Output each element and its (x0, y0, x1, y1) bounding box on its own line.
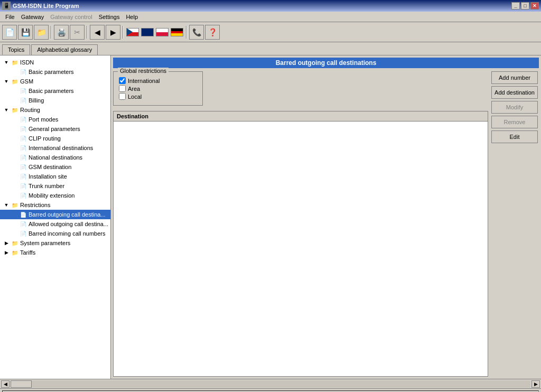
tree-label-tariffs: Tariffs (20, 249, 35, 256)
spacer4 (11, 115, 19, 124)
flag-gb[interactable] (141, 28, 154, 36)
tree-item-allowed-outgoing[interactable]: 📄 Allowed outgoing call destina... (0, 219, 110, 229)
separator-4 (186, 26, 187, 39)
tree-item-gsm-basic[interactable]: 📄 Basic parameters (0, 86, 110, 96)
menu-help[interactable]: Help (123, 13, 141, 21)
menu-gateway[interactable]: Gateway (18, 13, 47, 21)
tree-item-port-modes[interactable]: 📄 Port modes (0, 115, 110, 124)
toolbar: 📄 💾 📁 🖨️ ✂ ◀ ▶ 📞 ❓ (0, 22, 541, 42)
spacer13 (11, 210, 19, 219)
tree-item-routing[interactable]: ▼ 📁 Routing (0, 105, 110, 115)
checkbox-area-label: Area (128, 86, 140, 92)
spacer2 (11, 87, 19, 95)
folder-icon-restrictions: 📁 (11, 201, 19, 209)
buttons-panel: Add number Add destination Modify Remove… (491, 71, 539, 377)
tree-item-general-params[interactable]: 📄 General parameters (0, 124, 110, 134)
file-icon: 📄 (19, 68, 27, 76)
checkbox-international[interactable] (119, 77, 126, 84)
cut-button[interactable]: ✂ (70, 25, 85, 40)
expander-routing[interactable]: ▼ (2, 106, 11, 114)
main-content: ▼ 📁 ISDN 📄 Basic parameters ▼ 📁 GSM 📄 Ba… (0, 55, 541, 379)
tree-item-billing[interactable]: 📄 Billing (0, 96, 110, 105)
tree-item-barred-incoming[interactable]: 📄 Barred incoming call numbers (0, 229, 110, 238)
tree-label-intl: International destinations (29, 145, 93, 151)
add-number-button[interactable]: Add number (491, 71, 538, 84)
tab-topics[interactable]: Topics (2, 44, 30, 55)
menu-file[interactable]: File (2, 13, 18, 21)
checkbox-area[interactable] (119, 85, 126, 92)
file-icon-gsm-basic: 📄 (19, 87, 27, 95)
tree-item-restrictions[interactable]: ▼ 📁 Restrictions (0, 200, 110, 210)
main-area: Global restrictions International Area L… (113, 71, 488, 377)
tree-item-system-params[interactable]: ▶ 📁 System parameters (0, 238, 110, 248)
spacer11 (11, 182, 19, 190)
modify-button[interactable]: Modify (491, 101, 538, 114)
help-button[interactable]: ❓ (205, 25, 220, 40)
tree-item-isdn[interactable]: ▼ 📁 ISDN (0, 58, 110, 67)
edit-button[interactable]: Edit (491, 130, 538, 143)
destination-table: Destination (113, 111, 488, 377)
close-button[interactable]: ✕ (530, 2, 539, 10)
tree-item-intl-dest[interactable]: 📄 International destinations (0, 143, 110, 153)
expander-gsm[interactable]: ▼ (2, 77, 11, 86)
open-button[interactable]: 📁 (34, 25, 49, 40)
tree-item-clip-routing[interactable]: 📄 CLIP routing (0, 134, 110, 143)
maximize-button[interactable]: □ (521, 2, 529, 10)
tab-glossary[interactable]: Alphabetical glossary (31, 44, 98, 55)
hscroll-area: ◀ ▶ (0, 379, 541, 388)
tree-item-trunk-number[interactable]: 📄 Trunk number (0, 181, 110, 191)
flag-czech[interactable] (126, 28, 139, 36)
tree-label-gsm: GSM (20, 78, 33, 85)
checkbox-local[interactable] (119, 93, 126, 100)
flag-germany[interactable] (171, 28, 183, 36)
tree-label-isdn: ISDN (20, 59, 34, 66)
file-icon-intl: 📄 (19, 144, 27, 152)
new-button[interactable]: 📄 (2, 25, 17, 40)
tree-item-gsm-dest[interactable]: 📄 GSM destination (0, 162, 110, 172)
scroll-right-btn[interactable]: ▶ (531, 380, 540, 388)
save-button[interactable]: 💾 (18, 25, 33, 40)
add-destination-button[interactable]: Add destination (491, 86, 538, 99)
tree-label-barred-in: Barred incoming call numbers (29, 230, 106, 237)
flag-poland[interactable] (156, 28, 169, 36)
table-column-destination: Destination (114, 111, 488, 122)
expander-isdn[interactable]: ▼ (2, 58, 11, 67)
folder-icon: 📁 (11, 58, 19, 67)
spacer9 (11, 163, 19, 171)
tree-item-mobility[interactable]: 📄 Mobility extension (0, 191, 110, 200)
expander-restrictions[interactable]: ▼ (2, 201, 11, 209)
file-icon-billing: 📄 (19, 96, 27, 105)
expander-system[interactable]: ▶ (2, 239, 11, 247)
tree-item-gsm[interactable]: ▼ 📁 GSM (0, 77, 110, 86)
tree-item-barred-outgoing[interactable]: 📄 Barred outgoing call destina... (0, 210, 110, 219)
folder-icon-system: 📁 (11, 239, 19, 247)
checkbox-international-label: International (128, 78, 160, 84)
tree-label-billing: Billing (29, 97, 44, 104)
tree-item-tariffs[interactable]: ▶ 📁 Tariffs (0, 248, 110, 257)
file-icon-national: 📄 (19, 153, 27, 162)
statusbar: GSM gateway 'C:\Program Files\2N Telekom… (0, 388, 541, 392)
menu-settings[interactable]: Settings (96, 13, 123, 21)
minimize-button[interactable]: _ (511, 2, 520, 10)
spacer14 (11, 220, 19, 228)
remove-button[interactable]: Remove (491, 116, 538, 128)
scroll-thumb[interactable] (11, 380, 32, 388)
expander-tariffs[interactable]: ▶ (2, 248, 11, 257)
forward-button[interactable]: ▶ (106, 25, 120, 40)
menubar: File Gateway Gateway control Settings He… (0, 12, 541, 22)
spacer7 (11, 144, 19, 152)
window-controls[interactable]: _ □ ✕ (511, 2, 539, 10)
phone-button[interactable]: 📞 (189, 25, 204, 40)
back-button[interactable]: ◀ (90, 25, 105, 40)
tree-label-trunk: Trunk number (29, 183, 64, 189)
tree-item-install-site[interactable]: 📄 Installation site (0, 172, 110, 181)
file-icon-port-modes: 📄 (19, 115, 27, 124)
tree-label-mobility: Mobility extension (29, 192, 74, 199)
print-button[interactable]: 🖨️ (54, 25, 69, 40)
spacer10 (11, 172, 19, 181)
tree-item-national-dest[interactable]: 📄 National destinations (0, 153, 110, 162)
tree-item-isdn-basic[interactable]: 📄 Basic parameters (0, 67, 110, 77)
file-icon-gsm-dest: 📄 (19, 163, 27, 171)
scroll-left-btn[interactable]: ◀ (1, 380, 10, 388)
file-icon-install: 📄 (19, 172, 27, 181)
